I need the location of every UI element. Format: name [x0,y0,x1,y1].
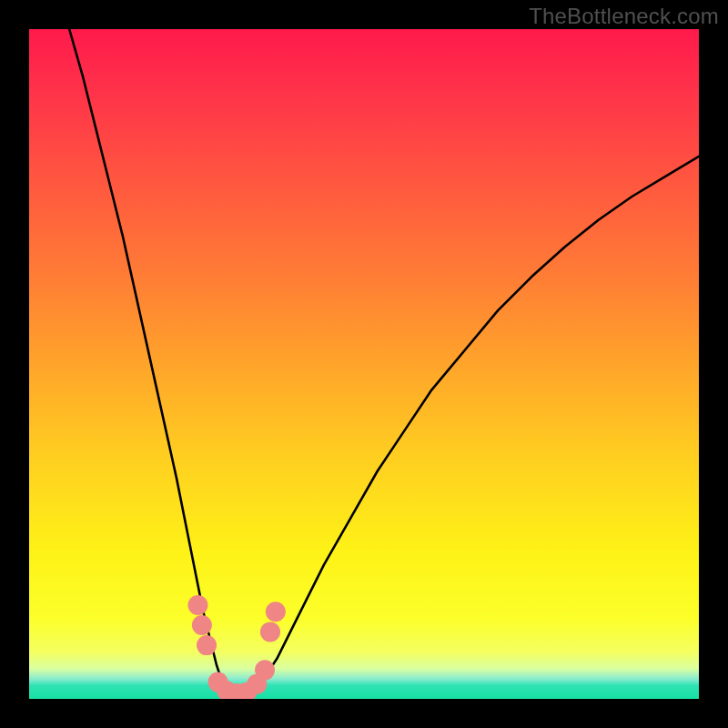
watermark-text: TheBottleneck.com [529,4,719,29]
curve-markers [187,595,285,699]
curve-marker [266,602,286,622]
curve-layer [29,29,699,699]
curve-marker [260,622,280,642]
bottleneck-curve [69,29,699,699]
chart-frame: TheBottleneck.com [0,0,728,728]
plot-area [29,29,699,699]
curve-marker [192,615,212,635]
curve-marker [197,635,217,655]
curve-marker [187,595,207,615]
curve-marker [255,660,275,680]
